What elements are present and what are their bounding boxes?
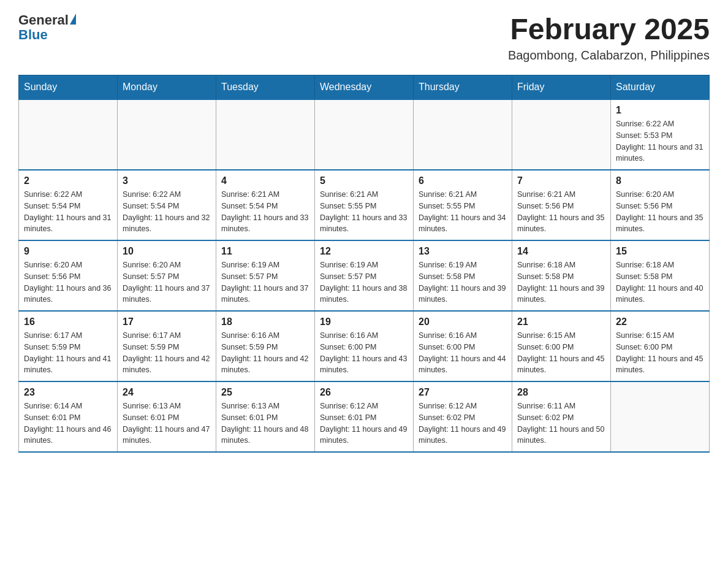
day-info: Sunrise: 6:18 AMSunset: 5:58 PMDaylight:… <box>517 259 605 305</box>
day-info: Sunrise: 6:22 AMSunset: 5:53 PMDaylight:… <box>616 118 704 164</box>
calendar-cell: 8Sunrise: 6:20 AMSunset: 5:56 PMDaylight… <box>611 170 710 240</box>
day-number: 14 <box>517 246 605 257</box>
calendar-header-monday: Monday <box>118 75 216 100</box>
day-number: 7 <box>517 175 605 186</box>
day-number: 25 <box>221 387 309 398</box>
calendar-cell <box>216 99 315 170</box>
day-info: Sunrise: 6:16 AMSunset: 6:00 PMDaylight:… <box>419 330 507 376</box>
day-number: 6 <box>419 175 507 186</box>
calendar-header-thursday: Thursday <box>414 75 512 100</box>
day-info: Sunrise: 6:20 AMSunset: 5:56 PMDaylight:… <box>616 189 704 235</box>
logo: General Blue <box>18 12 76 43</box>
day-info: Sunrise: 6:21 AMSunset: 5:54 PMDaylight:… <box>221 189 309 235</box>
calendar-header-sunday: Sunday <box>19 75 118 100</box>
calendar-cell: 24Sunrise: 6:13 AMSunset: 6:01 PMDayligh… <box>118 381 216 452</box>
day-info: Sunrise: 6:14 AMSunset: 6:01 PMDaylight:… <box>24 400 112 446</box>
calendar-cell: 26Sunrise: 6:12 AMSunset: 6:01 PMDayligh… <box>315 381 414 452</box>
calendar-header-tuesday: Tuesday <box>216 75 315 100</box>
calendar-header-saturday: Saturday <box>611 75 710 100</box>
calendar-cell: 7Sunrise: 6:21 AMSunset: 5:56 PMDaylight… <box>512 170 611 240</box>
day-info: Sunrise: 6:20 AMSunset: 5:57 PMDaylight:… <box>123 259 211 305</box>
calendar-week-2: 2Sunrise: 6:22 AMSunset: 5:54 PMDaylight… <box>19 170 710 240</box>
day-info: Sunrise: 6:18 AMSunset: 5:58 PMDaylight:… <box>616 259 704 305</box>
calendar-cell: 3Sunrise: 6:22 AMSunset: 5:54 PMDaylight… <box>118 170 216 240</box>
day-info: Sunrise: 6:12 AMSunset: 6:01 PMDaylight:… <box>320 400 408 446</box>
calendar-cell: 12Sunrise: 6:19 AMSunset: 5:57 PMDayligh… <box>315 240 414 311</box>
day-number: 21 <box>517 316 605 327</box>
day-number: 8 <box>616 175 704 186</box>
day-number: 2 <box>24 175 112 186</box>
day-number: 20 <box>419 316 507 327</box>
day-info: Sunrise: 6:19 AMSunset: 5:57 PMDaylight:… <box>320 259 408 305</box>
calendar-week-5: 23Sunrise: 6:14 AMSunset: 6:01 PMDayligh… <box>19 381 710 452</box>
day-info: Sunrise: 6:21 AMSunset: 5:55 PMDaylight:… <box>419 189 507 235</box>
calendar-header-wednesday: Wednesday <box>315 75 414 100</box>
calendar-cell: 11Sunrise: 6:19 AMSunset: 5:57 PMDayligh… <box>216 240 315 311</box>
day-info: Sunrise: 6:17 AMSunset: 5:59 PMDaylight:… <box>24 330 112 376</box>
calendar-cell: 21Sunrise: 6:15 AMSunset: 6:00 PMDayligh… <box>512 311 611 381</box>
calendar-cell: 28Sunrise: 6:11 AMSunset: 6:02 PMDayligh… <box>512 381 611 452</box>
calendar-cell: 23Sunrise: 6:14 AMSunset: 6:01 PMDayligh… <box>19 381 118 452</box>
day-number: 15 <box>616 246 704 257</box>
day-number: 28 <box>517 387 605 398</box>
day-number: 23 <box>24 387 112 398</box>
day-info: Sunrise: 6:20 AMSunset: 5:56 PMDaylight:… <box>24 259 112 305</box>
logo-wordmark: General Blue <box>18 12 76 43</box>
calendar-cell: 25Sunrise: 6:13 AMSunset: 6:01 PMDayligh… <box>216 381 315 452</box>
day-info: Sunrise: 6:19 AMSunset: 5:57 PMDaylight:… <box>221 259 309 305</box>
day-info: Sunrise: 6:17 AMSunset: 5:59 PMDaylight:… <box>123 330 211 376</box>
calendar-cell: 22Sunrise: 6:15 AMSunset: 6:00 PMDayligh… <box>611 311 710 381</box>
calendar-week-4: 16Sunrise: 6:17 AMSunset: 5:59 PMDayligh… <box>19 311 710 381</box>
calendar-cell: 14Sunrise: 6:18 AMSunset: 5:58 PMDayligh… <box>512 240 611 311</box>
logo-triangle-icon <box>70 13 76 25</box>
day-number: 16 <box>24 316 112 327</box>
calendar-cell: 27Sunrise: 6:12 AMSunset: 6:02 PMDayligh… <box>414 381 512 452</box>
page-header: General Blue February 2025 Bagombong, Ca… <box>18 12 710 63</box>
logo-blue-text: Blue <box>18 27 76 43</box>
day-number: 19 <box>320 316 408 327</box>
day-number: 26 <box>320 387 408 398</box>
day-info: Sunrise: 6:11 AMSunset: 6:02 PMDaylight:… <box>517 400 605 446</box>
calendar-week-1: 1Sunrise: 6:22 AMSunset: 5:53 PMDaylight… <box>19 99 710 170</box>
day-number: 5 <box>320 175 408 186</box>
day-number: 10 <box>123 246 211 257</box>
page-title: February 2025 <box>508 12 710 46</box>
calendar-cell: 4Sunrise: 6:21 AMSunset: 5:54 PMDaylight… <box>216 170 315 240</box>
calendar-cell <box>118 99 216 170</box>
calendar-cell: 19Sunrise: 6:16 AMSunset: 6:00 PMDayligh… <box>315 311 414 381</box>
day-info: Sunrise: 6:12 AMSunset: 6:02 PMDaylight:… <box>419 400 507 446</box>
day-info: Sunrise: 6:16 AMSunset: 6:00 PMDaylight:… <box>320 330 408 376</box>
day-number: 11 <box>221 246 309 257</box>
calendar-header-friday: Friday <box>512 75 611 100</box>
page-subtitle: Bagombong, Calabarzon, Philippines <box>508 48 710 63</box>
calendar-cell: 16Sunrise: 6:17 AMSunset: 5:59 PMDayligh… <box>19 311 118 381</box>
day-number: 27 <box>419 387 507 398</box>
day-info: Sunrise: 6:15 AMSunset: 6:00 PMDaylight:… <box>517 330 605 376</box>
calendar-cell: 9Sunrise: 6:20 AMSunset: 5:56 PMDaylight… <box>19 240 118 311</box>
title-section: February 2025 Bagombong, Calabarzon, Phi… <box>508 12 710 63</box>
calendar-cell: 17Sunrise: 6:17 AMSunset: 5:59 PMDayligh… <box>118 311 216 381</box>
calendar-cell <box>315 99 414 170</box>
calendar-week-3: 9Sunrise: 6:20 AMSunset: 5:56 PMDaylight… <box>19 240 710 311</box>
day-number: 17 <box>123 316 211 327</box>
day-number: 22 <box>616 316 704 327</box>
day-info: Sunrise: 6:21 AMSunset: 5:56 PMDaylight:… <box>517 189 605 235</box>
calendar-cell <box>611 381 710 452</box>
calendar-cell <box>414 99 512 170</box>
day-number: 1 <box>616 105 704 116</box>
day-number: 13 <box>419 246 507 257</box>
day-info: Sunrise: 6:15 AMSunset: 6:00 PMDaylight:… <box>616 330 704 376</box>
day-number: 24 <box>123 387 211 398</box>
calendar-cell <box>19 99 118 170</box>
calendar-cell: 6Sunrise: 6:21 AMSunset: 5:55 PMDaylight… <box>414 170 512 240</box>
day-info: Sunrise: 6:22 AMSunset: 5:54 PMDaylight:… <box>24 189 112 235</box>
calendar-cell: 10Sunrise: 6:20 AMSunset: 5:57 PMDayligh… <box>118 240 216 311</box>
day-number: 9 <box>24 246 112 257</box>
day-info: Sunrise: 6:22 AMSunset: 5:54 PMDaylight:… <box>123 189 211 235</box>
calendar-table: SundayMondayTuesdayWednesdayThursdayFrid… <box>18 75 710 453</box>
calendar-cell: 18Sunrise: 6:16 AMSunset: 5:59 PMDayligh… <box>216 311 315 381</box>
calendar-cell: 15Sunrise: 6:18 AMSunset: 5:58 PMDayligh… <box>611 240 710 311</box>
calendar-cell: 20Sunrise: 6:16 AMSunset: 6:00 PMDayligh… <box>414 311 512 381</box>
day-info: Sunrise: 6:13 AMSunset: 6:01 PMDaylight:… <box>221 400 309 446</box>
calendar-cell: 13Sunrise: 6:19 AMSunset: 5:58 PMDayligh… <box>414 240 512 311</box>
